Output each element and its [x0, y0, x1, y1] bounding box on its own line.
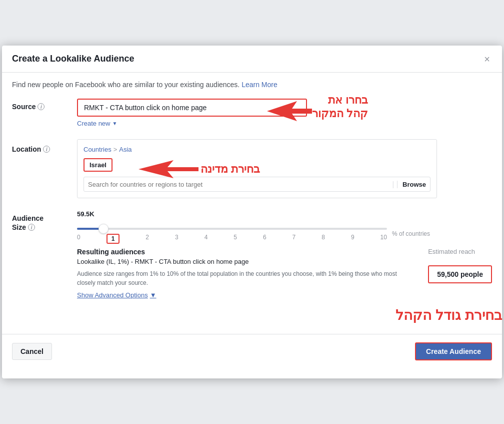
- slider-mark-6: 6: [263, 234, 266, 244]
- location-search-input[interactable]: [88, 181, 392, 188]
- create-audience-button[interactable]: Create Audience: [415, 342, 492, 360]
- advanced-caret: ▼: [150, 291, 156, 299]
- slider-mark-3: 3: [175, 234, 178, 244]
- slider-mark-5: 5: [234, 234, 237, 244]
- modal-title: Create a Lookalike Audience: [12, 54, 134, 64]
- location-info-icon[interactable]: i: [43, 146, 50, 153]
- source-content: Create new ▼: [77, 99, 492, 127]
- create-new-link[interactable]: Create new ▼: [77, 120, 117, 127]
- location-row: Location i Countries > Asia Israel: [12, 139, 492, 198]
- source-row: Source i Create new ▼: [12, 99, 492, 127]
- cancel-button[interactable]: Cancel: [12, 343, 52, 360]
- resulting-grid: Resulting audiences Lookalike (IL, 1%) -…: [77, 248, 492, 299]
- slider-fill: [77, 228, 102, 230]
- audience-size-info-icon[interactable]: i: [28, 224, 35, 231]
- slider-mark-1-active: 1: [106, 234, 120, 244]
- size-annotation-text: בחירת גודל הקהל: [12, 307, 502, 324]
- form-body: Source i Create new ▼: [2, 89, 502, 248]
- modal-description: Find new people on Facebook who are simi…: [2, 73, 502, 89]
- slider-mark-8: 8: [322, 234, 325, 244]
- slider-thumb[interactable]: [98, 224, 108, 234]
- location-annotation-text: בחירת מדינה: [200, 163, 260, 176]
- source-input[interactable]: [77, 99, 307, 117]
- breadcrumb-separator: >: [114, 146, 118, 153]
- breadcrumb-region[interactable]: Asia: [119, 146, 132, 153]
- slider-mark-4: 4: [204, 234, 208, 244]
- slider-track: [77, 228, 387, 230]
- estimated-reach-box: 59,500 people: [428, 265, 492, 283]
- slider-row: 0 1 2 3 4 5 6 7 8 9 10: [77, 220, 492, 248]
- slider-mark-9: 9: [351, 234, 354, 244]
- slider-mark-10: 10: [380, 234, 387, 244]
- pct-label: % of countries: [392, 230, 430, 237]
- resulting-audience-text: Lookalike (IL, 1%) - RMKT - CTA button c…: [77, 258, 408, 265]
- close-button[interactable]: ×: [482, 54, 492, 64]
- slider-mark-7: 7: [292, 234, 296, 244]
- resulting-description: Audience size ranges from 1% to 10% of t…: [77, 269, 408, 287]
- slider-value: 59.5K: [77, 210, 492, 218]
- browse-button[interactable]: Browse: [397, 181, 426, 188]
- create-new-caret: ▼: [112, 121, 117, 126]
- location-search-row: | Browse: [84, 177, 430, 192]
- estimated-reach-section: Estimated reach 59,500 people: [428, 248, 492, 283]
- description-text: Find new people on Facebook who are simi…: [12, 81, 240, 89]
- source-info-icon[interactable]: i: [38, 103, 44, 110]
- advanced-options-link[interactable]: Show Advanced Options ▼: [77, 291, 156, 299]
- learn-more-link[interactable]: Learn More: [242, 81, 278, 89]
- audience-size-row: Audience Size i 59.5K: [12, 210, 492, 248]
- resulting-title: Resulting audiences: [77, 248, 408, 256]
- slider-mark-0: 0: [77, 234, 80, 244]
- create-lookalike-modal: Create a Lookalike Audience × Find new p…: [2, 46, 502, 378]
- location-label: Location i: [12, 139, 77, 153]
- resulting-section: Resulting audiences Lookalike (IL, 1%) -…: [2, 248, 502, 299]
- slider-container[interactable]: 0 1 2 3 4 5 6 7 8 9 10: [77, 220, 387, 244]
- modal-header: Create a Lookalike Audience ×: [2, 46, 502, 73]
- location-breadcrumb: Countries > Asia: [84, 146, 430, 153]
- selected-country-tag: Israel: [84, 158, 112, 172]
- breadcrumb-countries[interactable]: Countries: [84, 146, 112, 153]
- modal-footer: Cancel Create Audience: [2, 334, 502, 368]
- location-content: Countries > Asia Israel: [77, 139, 492, 198]
- audience-size-label: Audience Size i: [12, 210, 77, 231]
- audience-size-content: 59.5K 0 1 2 3 4: [77, 210, 492, 248]
- slider-labels: 0 1 2 3 4 5 6 7 8 9 10: [77, 234, 387, 244]
- estimated-label: Estimated reach: [428, 248, 492, 255]
- resulting-left: Resulting audiences Lookalike (IL, 1%) -…: [77, 248, 408, 299]
- svg-marker-1: [138, 160, 198, 178]
- slider-mark-2: 2: [146, 234, 149, 244]
- source-label: Source i: [12, 99, 77, 111]
- location-box: Countries > Asia Israel: [77, 139, 437, 198]
